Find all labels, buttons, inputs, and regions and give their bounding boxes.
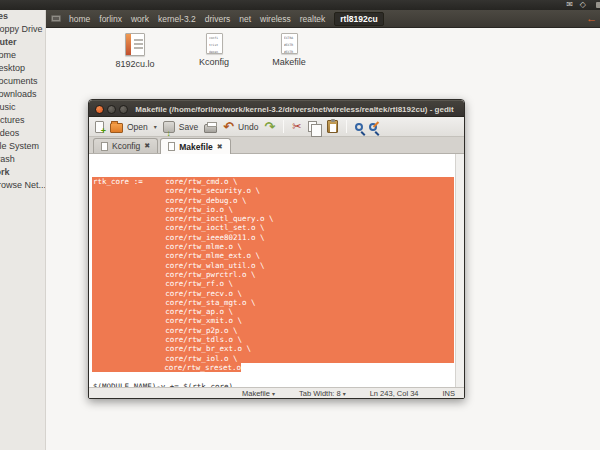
selected-line: core/rtw_rf.o \ xyxy=(92,279,454,288)
sidebar-item-file-system[interactable]: File System xyxy=(0,140,45,153)
document-icon xyxy=(168,142,175,151)
selected-line: core/rtw_io.o \ xyxy=(92,205,454,214)
computer-icon[interactable] xyxy=(51,15,61,22)
save-icon xyxy=(163,121,175,133)
panel-edge-icon[interactable] xyxy=(596,2,600,8)
top-panel: ✉ ◇ xyxy=(0,0,600,10)
sidebar-item-music[interactable]: Music xyxy=(0,101,45,114)
breadcrumb-home[interactable]: home xyxy=(69,10,90,28)
tab-makefile[interactable]: Makefile ✖ xyxy=(160,138,230,154)
editor-scrollbar[interactable] xyxy=(455,154,464,387)
sidebar-item-trash[interactable]: Trash xyxy=(0,153,45,166)
breadcrumb-kernel-3.2[interactable]: kernel-3.2 xyxy=(158,10,196,28)
selected-line: core/rtw_mlme.o \ xyxy=(92,242,454,251)
breadcrumb-forlinx[interactable]: forlinx xyxy=(99,10,122,28)
find-button[interactable] xyxy=(355,123,363,131)
toolbar-separator xyxy=(283,120,284,133)
selected-line: core/rtw_wlan_util.o \ xyxy=(92,261,454,270)
selected-line: core/rtw_pwrctrl.o \ xyxy=(92,270,454,279)
file-label: Makefile xyxy=(272,57,306,67)
tab-close-icon[interactable]: ✖ xyxy=(144,142,150,150)
sidebar-item-pictures[interactable]: Pictures xyxy=(0,114,45,127)
undo-icon: ↶ xyxy=(223,120,234,133)
paste-button[interactable] xyxy=(327,120,338,133)
gedit-tabbar: Kconfig ✖ Makefile ✖ xyxy=(89,137,464,154)
gedit-titlebar[interactable]: Makefile (/home/forlinx/work/kernel-3.2/… xyxy=(89,100,464,117)
selected-line: core/rtw_xmit.o \ xyxy=(92,316,454,325)
save-button[interactable]: Save xyxy=(163,121,198,133)
redo-button[interactable]: ↷ xyxy=(264,120,275,133)
file-kconfig[interactable]: confitristdepen---hgKconfig xyxy=(178,33,250,67)
panel-indicators: ✉ ◇ xyxy=(566,0,586,10)
breadcrumb-net[interactable]: net xyxy=(239,10,251,28)
mail-icon[interactable]: ✉ xyxy=(566,0,573,10)
replace-button[interactable] xyxy=(369,123,377,131)
fm-pathbar: homeforlinxworkkernel-3.2driversnetwirel… xyxy=(46,10,600,28)
breadcrumb-rtl8192cu[interactable]: rtl8192cu xyxy=(334,12,383,26)
breadcrumb-drivers[interactable]: drivers xyxy=(205,10,231,28)
language-selector[interactable]: Makefile▾ xyxy=(242,389,275,398)
document-icon xyxy=(101,142,108,151)
breadcrumb-realtek[interactable]: realtek xyxy=(300,10,326,28)
undo-button[interactable]: ↶ Undo xyxy=(223,120,258,133)
sidebar-item-desktop[interactable]: Desktop xyxy=(0,62,45,75)
editor-lines: rtk_core := core/rtw_cmd.o \ core/rtw_se… xyxy=(92,177,454,387)
code-line: $(MODULE_NAME)-y += $(rtk_core) xyxy=(92,382,454,387)
cursor-position: Ln 243, Col 34 xyxy=(370,389,419,398)
sidebar-item-browse-net-[interactable]: Browse Net... xyxy=(0,179,45,192)
sidebar-item-floppy-drive[interactable]: Floppy Drive xyxy=(0,23,45,36)
gedit-window: Makefile (/home/forlinx/work/kernel-3.2/… xyxy=(88,99,465,399)
code-line xyxy=(92,372,454,381)
print-button[interactable] xyxy=(204,124,217,133)
file-label: Kconfig xyxy=(199,57,229,67)
file-8192cu-lo[interactable]: 8192cu.lo xyxy=(99,33,171,69)
sidebar-item-home[interactable]: Home xyxy=(0,49,45,62)
sidebar-item-downloads[interactable]: Downloads xyxy=(0,88,45,101)
file-icon xyxy=(125,33,145,56)
editor-text-area[interactable]: rtk_core := core/rtw_cmd.o \ core/rtw_se… xyxy=(89,154,464,387)
file-makefile[interactable]: EXTRA#EXTR#EXTR#EXTRMakefile xyxy=(253,33,325,67)
cut-button[interactable]: ✂ xyxy=(292,120,301,133)
selected-line: core/rtw_security.o \ xyxy=(92,186,454,195)
sidebar-item-videos[interactable]: Videos xyxy=(0,127,45,140)
sidebar-item-documents[interactable]: Documents xyxy=(0,75,45,88)
selected-line: core/rtw_br_ext.o \ xyxy=(92,344,454,353)
open-dropdown-arrow-icon[interactable]: ▾ xyxy=(154,123,157,130)
selected-line: core/rtw_ioctl_set.o \ xyxy=(92,223,454,232)
breadcrumb-wireless[interactable]: wireless xyxy=(260,10,291,28)
selected-line: core/rtw_sreset.o xyxy=(92,363,454,372)
pathbar-scroll-left-icon[interactable]: ← xyxy=(586,12,597,24)
file-icon: EXTRA#EXTR#EXTR#EXTR xyxy=(281,33,298,54)
sidebar-header-devices: Devices xyxy=(0,10,45,23)
breadcrumb-work[interactable]: work xyxy=(131,10,149,28)
open-button[interactable]: Open xyxy=(110,121,148,133)
copy-button[interactable] xyxy=(308,121,317,132)
selected-line: core/rtw_tdls.o \ xyxy=(92,335,454,344)
selected-line: core/rtw_iol.o \ xyxy=(92,354,454,363)
file-icon: confitristdepen---hg xyxy=(206,33,223,54)
maximize-button[interactable] xyxy=(119,105,128,114)
selected-line: core/rtw_sta_mgt.o \ xyxy=(92,298,454,307)
selected-line: core/rtw_ap.o \ xyxy=(92,307,454,316)
fm-sidebar: DevicesFloppy DriveComputerHomeDesktopDo… xyxy=(0,10,46,450)
selected-line: core/rtw_ieee80211.o \ xyxy=(92,233,454,242)
tab-width-selector[interactable]: Tab Width: 8▾ xyxy=(299,389,346,398)
toolbar-separator xyxy=(346,120,347,133)
window-title: Makefile (/home/forlinx/work/kernel-3.2/… xyxy=(131,101,458,118)
selected-line: rtk_core := core/rtw_cmd.o \ xyxy=(92,177,454,186)
file-label: 8192cu.lo xyxy=(115,59,154,69)
new-document-button[interactable] xyxy=(95,121,104,133)
gedit-toolbar: Open ▾ Save ↶ Undo ↷ ✂ xyxy=(89,117,464,137)
selected-line: core/rtw_debug.o \ xyxy=(92,196,454,205)
selected-line: core/rtw_p2p.o \ xyxy=(92,326,454,335)
sidebar-header-network: Network xyxy=(0,166,45,179)
input-mode: INS xyxy=(442,389,455,398)
close-button[interactable] xyxy=(95,105,104,114)
tab-kconfig[interactable]: Kconfig ✖ xyxy=(93,138,158,153)
tab-close-icon[interactable]: ✖ xyxy=(217,143,223,151)
selected-line: core/rtw_recv.o \ xyxy=(92,289,454,298)
indicator-icon[interactable]: ◇ xyxy=(580,0,586,10)
selected-line: core/rtw_ioctl_query.o \ xyxy=(92,214,454,223)
minimize-button[interactable] xyxy=(107,105,116,114)
gedit-statusbar: Makefile▾ Tab Width: 8▾ Ln 243, Col 34 I… xyxy=(89,387,464,399)
